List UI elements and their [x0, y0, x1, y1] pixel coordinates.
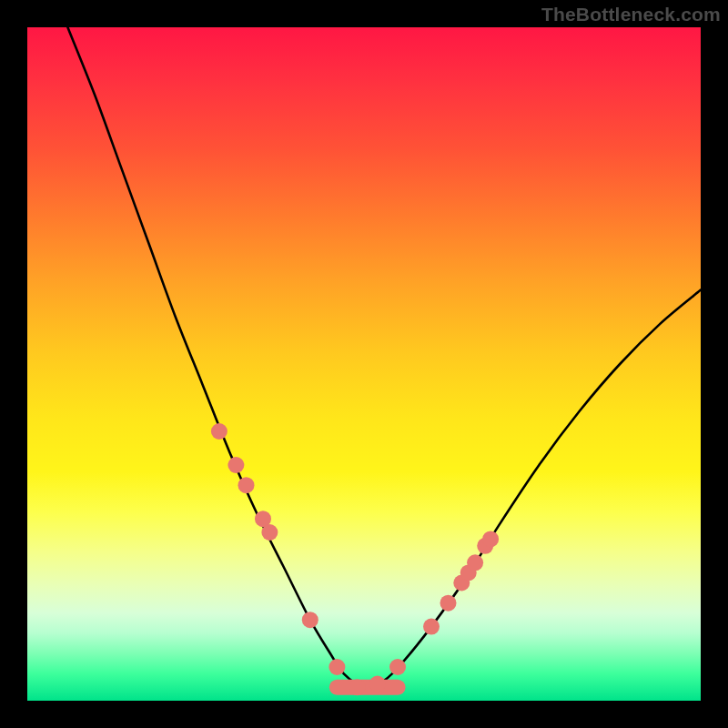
marker-dot: [389, 659, 406, 675]
marker-dot: [482, 531, 499, 547]
marker-dot: [302, 612, 318, 628]
watermark: TheBottleneck.com: [541, 4, 721, 25]
marker-dot: [423, 619, 440, 635]
marker-dot: [211, 423, 228, 440]
highlight-dots: [211, 423, 499, 695]
marker-dot: [329, 659, 345, 675]
marker-dot: [369, 676, 386, 693]
marker-dot: [467, 554, 483, 571]
marker-dot: [238, 477, 255, 493]
plot-area: [27, 27, 701, 701]
chart-frame: TheBottleneck.com: [0, 0, 728, 728]
marker-dot: [440, 595, 457, 612]
marker-dot: [261, 524, 278, 541]
marker-dot: [349, 679, 366, 695]
marker-dot: [228, 457, 244, 473]
curve-layer: [27, 27, 701, 701]
bottleneck-curve: [67, 27, 701, 687]
